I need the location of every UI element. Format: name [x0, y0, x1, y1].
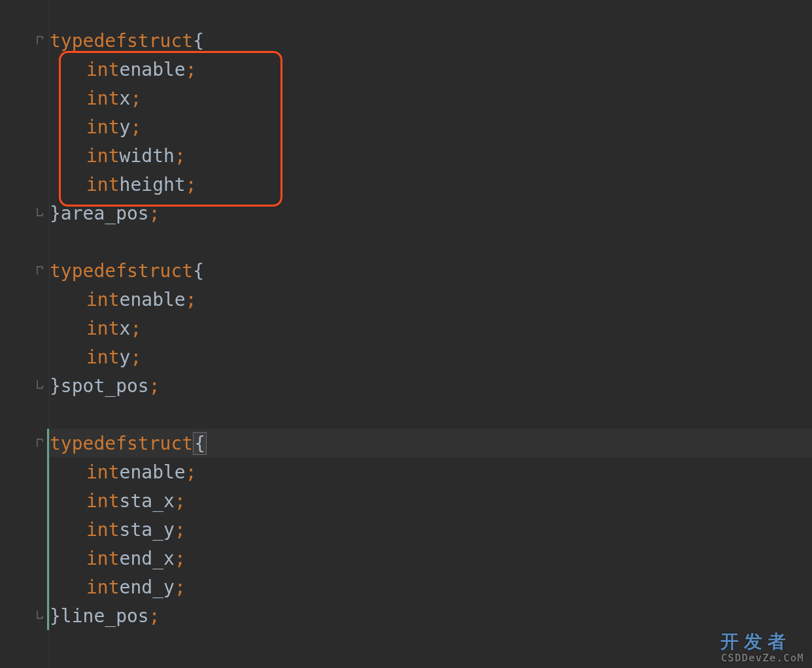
type-name: line_pos [61, 605, 149, 627]
code-line[interactable]: int width; [50, 141, 812, 170]
code-line[interactable]: int height; [50, 170, 812, 199]
code-line[interactable]: typedef struct { [50, 26, 812, 55]
code-line[interactable] [50, 227, 812, 256]
code-line[interactable]: int y; [50, 112, 812, 141]
semicolon: ; [175, 519, 186, 541]
fold-open-icon[interactable] [35, 265, 45, 275]
field-name: width [120, 145, 175, 167]
semicolon: ; [175, 145, 186, 167]
field-name: enable [120, 461, 186, 483]
field-name: end_y [120, 576, 175, 598]
keyword-struct: struct [127, 30, 193, 52]
field-name: y [120, 116, 131, 138]
keyword-int: int [86, 116, 120, 138]
code-line[interactable]: int y; [50, 342, 812, 371]
code-line[interactable]: } line_pos; [50, 601, 812, 630]
keyword-struct: struct [127, 260, 193, 282]
semicolon: ; [130, 88, 141, 109]
semicolon: ; [186, 289, 197, 310]
semicolon: ; [130, 318, 141, 339]
keyword-int: int [86, 519, 120, 541]
modification-stripe [47, 429, 49, 630]
code-line[interactable]: int enable; [50, 458, 812, 486]
semicolon: ; [186, 461, 197, 483]
type-name: area_pos [61, 203, 149, 224]
code-line[interactable]: int sta_x; [50, 486, 812, 515]
keyword-struct: struct [127, 433, 193, 454]
code-line[interactable]: int end_y; [50, 573, 812, 601]
code-line[interactable] [50, 400, 812, 429]
semicolon: ; [149, 605, 160, 627]
semicolon: ; [175, 490, 186, 512]
keyword-int: int [86, 145, 120, 167]
code-line[interactable]: int x; [50, 314, 812, 342]
brace-open: { [193, 432, 207, 455]
keyword-typedef: typedef [50, 260, 127, 282]
code-line[interactable]: int sta_y; [50, 515, 812, 544]
code-area[interactable]: typedef struct {int enable;int x;int y;i… [50, 0, 812, 668]
field-name: enable [120, 59, 186, 80]
field-name: end_x [120, 548, 175, 569]
semicolon: ; [186, 174, 197, 195]
field-name: height [120, 174, 186, 195]
fold-close-icon[interactable] [35, 208, 45, 217]
field-name: y [120, 346, 131, 368]
code-line[interactable]: int x; [50, 84, 812, 112]
fold-close-icon[interactable] [35, 380, 45, 390]
keyword-int: int [86, 174, 120, 195]
fold-close-icon[interactable] [35, 610, 45, 620]
keyword-int: int [86, 490, 120, 512]
brace-open: { [193, 260, 204, 282]
code-line[interactable]: typedef struct { [50, 256, 812, 285]
keyword-int: int [86, 88, 120, 109]
keyword-typedef: typedef [50, 433, 127, 454]
semicolon: ; [130, 116, 141, 138]
editor-gutter [0, 0, 50, 668]
keyword-int: int [86, 59, 120, 80]
field-name: x [120, 88, 131, 109]
keyword-int: int [86, 548, 120, 569]
semicolon: ; [175, 548, 186, 569]
semicolon: ; [186, 59, 197, 80]
brace-open: { [193, 30, 204, 52]
fold-open-icon[interactable] [35, 438, 45, 447]
type-name: spot_pos [61, 375, 149, 397]
code-line[interactable]: } spot_pos; [50, 371, 812, 400]
code-line[interactable]: int enable; [50, 55, 812, 84]
brace-close: } [50, 375, 61, 397]
semicolon: ; [149, 375, 160, 397]
semicolon: ; [149, 203, 160, 224]
code-line[interactable]: int end_x; [50, 544, 812, 573]
code-line[interactable]: typedef struct { [50, 429, 812, 458]
semicolon: ; [130, 346, 141, 368]
keyword-typedef: typedef [50, 30, 127, 52]
keyword-int: int [86, 576, 120, 598]
code-line[interactable]: int enable; [50, 285, 812, 314]
code-line[interactable]: } area_pos; [50, 199, 812, 227]
brace-close: } [50, 605, 61, 627]
keyword-int: int [86, 461, 120, 483]
keyword-int: int [86, 346, 120, 368]
keyword-int: int [86, 318, 120, 339]
field-name: x [120, 318, 131, 339]
fold-open-icon[interactable] [35, 35, 45, 44]
semicolon: ; [175, 576, 186, 598]
field-name: sta_x [120, 490, 175, 512]
code-editor[interactable]: typedef struct {int enable;int x;int y;i… [0, 0, 812, 668]
field-name: enable [120, 289, 186, 310]
brace-close: } [50, 203, 61, 224]
keyword-int: int [86, 289, 120, 310]
field-name: sta_y [120, 519, 175, 541]
